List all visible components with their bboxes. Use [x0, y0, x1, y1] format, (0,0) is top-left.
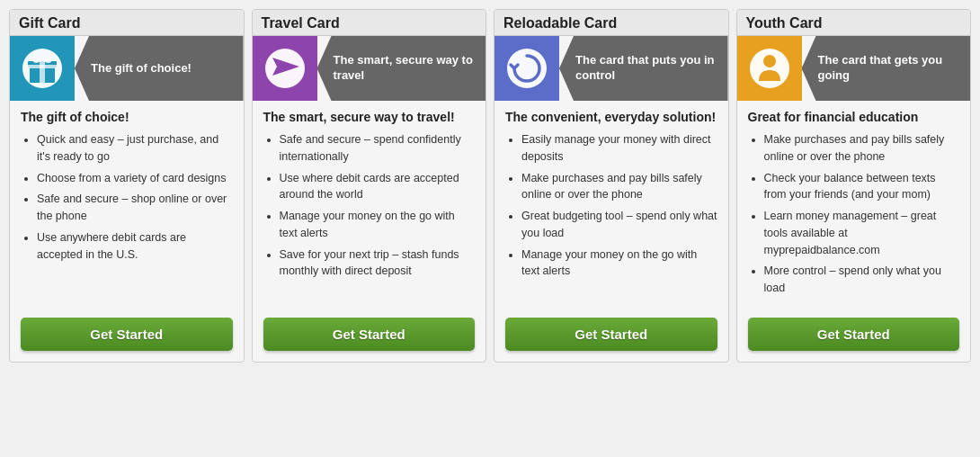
svg-rect-3 — [40, 61, 45, 83]
bullet-item: Manage your money on the go with text al… — [280, 208, 476, 242]
card-tagline-gift: The gift of choice! — [91, 61, 192, 76]
bullet-item: Easily manage your money with direct dep… — [521, 131, 717, 166]
card-banner-travel: The smart, secure way to travel — [253, 36, 486, 101]
card-bullets-travel: Safe and secure – spend confidently inte… — [263, 131, 476, 280]
card-banner-gift: The gift of choice! — [10, 36, 244, 101]
card-travel: Travel CardThe smart, secure way to trav… — [252, 9, 487, 363]
reload-icon — [505, 47, 548, 90]
card-icon-block-youth — [737, 36, 802, 101]
svg-point-8 — [763, 55, 776, 67]
get-started-button-gift[interactable]: Get Started — [21, 318, 233, 351]
card-heading-travel: The smart, secure way to travel! — [263, 110, 476, 124]
card-title-gift: Gift Card — [19, 15, 80, 31]
bullet-item: Make purchases and pay bills safely onli… — [521, 170, 717, 204]
bullet-item: Learn money management – great tools ava… — [764, 208, 960, 258]
svg-rect-4 — [28, 65, 57, 68]
card-header-travel: Travel Card — [253, 10, 486, 36]
card-header-youth: Youth Card — [737, 10, 971, 36]
card-gift: Gift CardThe gift of choice!The gift of … — [9, 9, 245, 363]
card-reloadable: Reloadable CardThe card that puts you in… — [494, 9, 729, 363]
card-header-reloadable: Reloadable Card — [494, 10, 728, 36]
get-started-button-youth[interactable]: Get Started — [748, 318, 960, 351]
bullet-item: Use anywhere debit cards are accepted in… — [37, 229, 233, 264]
card-footer-gift: Get Started — [10, 309, 244, 362]
bullet-item: Safe and secure – shop online or over th… — [37, 191, 233, 225]
bullet-item: Great budgeting tool – spend only what y… — [521, 208, 717, 242]
card-tagline-block-travel: The smart, secure way to travel — [317, 36, 486, 101]
card-title-reloadable: Reloadable Card — [503, 15, 617, 31]
card-tagline-travel: The smart, secure way to travel — [334, 53, 477, 84]
card-tagline-block-reloadable: The card that puts you in control — [559, 36, 728, 101]
card-body-reloadable: The convenient, everyday solution!Easily… — [494, 101, 728, 309]
svg-point-7 — [750, 49, 789, 88]
plane-icon — [263, 47, 307, 90]
bullet-item: More control – spend only what you load — [764, 263, 960, 297]
card-footer-youth: Get Started — [737, 309, 971, 362]
bullet-item: Choose from a variety of card designs — [37, 170, 233, 187]
card-tagline-reloadable: The card that puts you in control — [575, 53, 719, 84]
get-started-button-travel[interactable]: Get Started — [263, 318, 476, 351]
card-heading-youth: Great for financial education — [748, 110, 960, 124]
card-youth: Youth CardThe card that gets you goingGr… — [736, 9, 972, 363]
card-title-travel: Travel Card — [262, 15, 340, 31]
card-banner-youth: The card that gets you going — [737, 36, 971, 101]
card-bullets-youth: Make purchases and pay bills safely onli… — [748, 131, 960, 297]
card-icon-block-travel — [253, 36, 317, 101]
card-tagline-block-gift: The gift of choice! — [75, 36, 244, 101]
card-header-gift: Gift Card — [10, 10, 244, 36]
card-icon-block-gift — [10, 36, 75, 101]
bullet-item: Safe and secure – spend confidently inte… — [280, 131, 476, 166]
card-body-youth: Great for financial educationMake purcha… — [737, 101, 971, 309]
card-icon-block-reloadable — [494, 36, 559, 101]
card-banner-reloadable: The card that puts you in control — [494, 36, 728, 101]
bullet-item: Check your balance between texts from yo… — [764, 170, 960, 204]
bullet-item: Manage your money on the go with text al… — [521, 246, 717, 281]
bullet-item: Make purchases and pay bills safely onli… — [764, 131, 960, 166]
gift-icon — [21, 47, 64, 90]
cards-container: Gift CardThe gift of choice!The gift of … — [9, 9, 971, 363]
card-body-gift: The gift of choice!Quick and easy – just… — [10, 101, 244, 309]
bullet-item: Quick and easy – just purchase, and it's… — [37, 131, 233, 166]
card-bullets-reloadable: Easily manage your money with direct dep… — [505, 131, 717, 280]
card-heading-gift: The gift of choice! — [21, 110, 233, 124]
bullet-item: Use where debit cards are accepted aroun… — [280, 170, 476, 204]
card-bullets-gift: Quick and easy – just purchase, and it's… — [21, 131, 233, 263]
youth-icon — [748, 47, 791, 90]
get-started-button-reloadable[interactable]: Get Started — [505, 318, 717, 351]
card-tagline-youth: The card that gets you going — [818, 53, 962, 84]
card-title-youth: Youth Card — [746, 15, 823, 31]
card-heading-reloadable: The convenient, everyday solution! — [505, 110, 717, 124]
card-tagline-block-youth: The card that gets you going — [802, 36, 971, 101]
card-footer-travel: Get Started — [253, 309, 486, 362]
card-body-travel: The smart, secure way to travel!Safe and… — [253, 101, 486, 309]
bullet-item: Save for your next trip – stash funds mo… — [280, 246, 476, 281]
card-footer-reloadable: Get Started — [494, 309, 728, 362]
